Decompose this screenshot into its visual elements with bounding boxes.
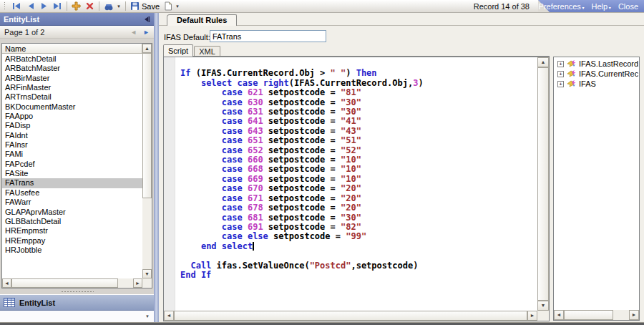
list-item[interactable]: GLAPAprvMaster [2,208,142,217]
horizontal-splitter[interactable] [0,288,154,294]
toolbar-separator [125,1,126,11]
tab-xml[interactable]: XML [194,46,220,57]
list-item[interactable]: HREmpmstr [2,226,142,236]
last-record-button[interactable] [51,1,64,12]
code-token: case [222,126,243,136]
list-item[interactable]: ARBatchMaster [2,64,142,73]
first-record-button[interactable] [10,1,24,12]
page-previous-arrow[interactable]: ◄ [130,29,137,36]
previous-record-button[interactable] [24,1,37,12]
toolbar-grip[interactable] [4,1,6,11]
new-document-button[interactable]: ▼ [162,1,182,12]
list-item[interactable]: FASite [2,169,142,178]
list-item[interactable]: FAIdnt [2,131,142,140]
list-item[interactable]: FAAppo [2,112,142,121]
name-column-header[interactable]: Name [2,44,142,54]
scroll-up-button[interactable]: ▲ [537,57,549,67]
save-label: Save [142,2,160,11]
editor-selection-margin[interactable] [164,57,175,311]
field-object-icon [566,59,577,68]
code-token: 641 [248,116,263,126]
list-item[interactable]: HRJobtble [2,246,142,255]
scroll-thumb[interactable] [142,53,152,198]
list-item[interactable]: BKDocumentMaster [2,102,142,112]
tree-node-label[interactable]: IFAS.LastRecordAdd [579,59,638,68]
previous-record-icon [26,2,35,10]
list-item[interactable]: ARFinMaster [2,83,142,92]
menu-help[interactable]: Help ▾ [592,2,611,11]
editor-horizontal-scrollbar[interactable]: ◄ ► [164,311,537,321]
scroll-right-button[interactable]: ► [133,278,142,288]
tree-node[interactable]: +IFAS.LastRecordAdd [555,59,638,69]
scroll-thumb[interactable] [537,67,549,301]
code-token: 691 [248,222,263,232]
list-item[interactable]: FAWarr [2,198,142,207]
field-object-icon [566,79,577,88]
tree-items: +IFAS.LastRecordAdd+IFAS.CurrentRecord+I… [555,59,638,309]
find-dropdown-arrow[interactable]: ▼ [117,4,121,9]
list-item[interactable]: FAInsr [2,140,142,150]
scroll-right-button[interactable]: ► [527,311,537,321]
list-item[interactable]: FAPcdef [2,160,142,169]
list-item[interactable]: ARTrnsDetail [2,92,142,102]
scroll-thumb[interactable] [174,311,527,321]
list-horizontal-scrollbar[interactable]: ◄ ► [2,278,142,288]
scroll-down-button[interactable]: ▼ [537,301,549,311]
scroll-thumb[interactable] [11,278,118,288]
scroll-down-button[interactable]: ▼ [142,269,152,278]
chevron-down-icon[interactable]: ▼ [145,314,150,319]
menu-preferences[interactable]: Preferences ▾ [539,2,585,11]
save-button[interactable]: Save [128,1,162,12]
expand-plus-icon[interactable]: + [557,61,564,67]
new-document-dropdown-arrow[interactable]: ▼ [175,4,180,9]
ifas-object-tree-panel: +IFAS.LastRecordAdd+IFAS.CurrentRecord+I… [553,57,640,321]
code-line: case 681 setpostcode = "30" [180,213,537,223]
list-item[interactable]: FAUsefee [2,188,142,198]
list-item[interactable]: FAMi [2,150,142,159]
list-item[interactable]: ARBirMaster [2,74,142,83]
list-item[interactable]: ARBatchDetail [2,54,142,64]
scroll-thumb[interactable] [564,310,613,320]
scroll-left-button[interactable]: ◄ [2,278,11,288]
tree-node[interactable]: +IFAS [555,79,638,89]
editor-vertical-scrollbar[interactable]: ▲ ▼ [537,57,549,311]
expand-plus-icon[interactable]: + [557,81,564,87]
list-item[interactable]: FADisp [2,121,142,130]
tab-default-rules[interactable]: Default Rules [167,14,237,26]
tree-node[interactable]: +IFAS.CurrentRecord [555,69,638,79]
ifas-default-input[interactable] [210,30,326,42]
pin-collapse-icon[interactable] [143,16,150,23]
code-token [180,222,222,232]
list-item[interactable]: FATrans [2,178,142,188]
code-token [180,183,222,193]
list-item[interactable]: GLBBatchDetail [2,217,142,226]
scroll-up-button[interactable]: ▲ [142,44,152,53]
delete-record-button[interactable] [83,1,97,12]
add-record-button[interactable] [69,1,83,12]
code-line: select case right(IFAS.CurrentRecord.Obj… [180,79,537,88]
pager-label: Page 1 of 2 [4,28,44,37]
tree-node-label[interactable]: IFAS.CurrentRecord [579,69,638,78]
expand-plus-icon[interactable]: + [557,71,564,77]
code-token [180,241,201,251]
pager-bar: Page 1 of 2 ◄ ► [0,26,154,39]
scroll-left-button[interactable]: ◄ [554,310,564,320]
ifas-default-label: IFAS Default: [164,33,210,42]
code-token: case [222,174,243,184]
page-next-arrow[interactable]: ► [143,29,150,36]
code-token: 651 [248,135,263,145]
list-vertical-scrollbar[interactable]: ▲ ▼ [142,44,152,278]
tree-horizontal-scrollbar[interactable]: ◄ ► [554,310,639,320]
menu-close[interactable]: Close [618,2,638,11]
tab-script[interactable]: Script [163,44,193,57]
next-record-button[interactable] [37,1,51,12]
scroll-left-button[interactable]: ◄ [164,311,174,321]
list-item[interactable]: HREmppay [2,236,142,246]
code-editor-content[interactable]: If (IFAS.CurrentRecord.Obj > " ") Then s… [176,57,537,311]
vertical-splitter[interactable] [154,13,159,322]
scroll-right-button[interactable]: ► [629,310,639,320]
tree-node-label[interactable]: IFAS [579,79,596,88]
code-token [258,78,263,88]
entity-list-section-button[interactable]: EntityList [0,294,154,311]
find-button[interactable]: ▼ [102,1,123,12]
